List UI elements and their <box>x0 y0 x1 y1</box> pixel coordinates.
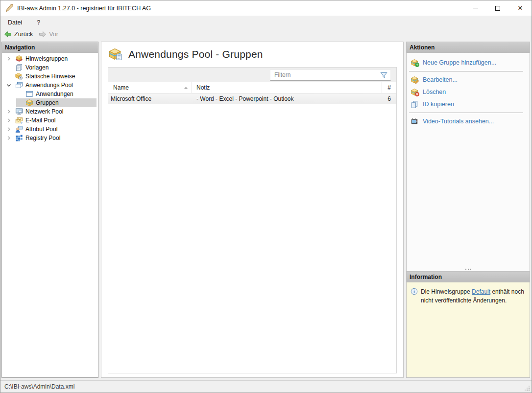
column-label: # <box>387 84 391 91</box>
column-header-name[interactable]: Name <box>108 84 192 91</box>
sidebar-item-label: Registry Pool <box>25 135 60 141</box>
menu-item-datei[interactable]: Datei <box>8 19 22 26</box>
sidebar-item-label: Hinweisgruppen <box>25 55 68 62</box>
gruppen-icon <box>25 99 33 107</box>
sidebar-item-anwendungs-pool[interactable]: Anwendungs Pool <box>2 81 98 90</box>
sidebar-item-statische-hinweise[interactable]: Statische Hinweise <box>2 72 98 81</box>
action-label: Video-Tutorials ansehen... <box>423 118 494 125</box>
add-group-action[interactable]: Neue Gruppe hinzufügen... <box>407 56 530 69</box>
actions-divider <box>409 113 523 113</box>
column-label: Notiz <box>196 84 210 91</box>
forward-button[interactable]: Vor <box>39 30 58 38</box>
default-group-link[interactable]: Default <box>472 288 490 295</box>
right-panel: Aktionen Neue Gruppe hinzufügen... <box>406 42 530 378</box>
back-button[interactable]: Zurück <box>4 30 33 38</box>
table-empty-area <box>108 104 396 373</box>
copy-id-action[interactable]: ID kopieren <box>407 98 530 110</box>
actions-panel: Aktionen Neue Gruppe hinzufügen... <box>406 42 530 271</box>
edit-group-icon <box>411 76 418 84</box>
information-panel: Information Die Hinweisgruppe Default en… <box>406 271 530 378</box>
cell-notiz: - Word - Excel - Powerpoint - Outlook <box>192 95 382 102</box>
sidebar-item-vorlagen[interactable]: Vorlagen <box>2 63 98 72</box>
info-text-before: Die Hinweisgruppe <box>421 288 472 295</box>
back-label: Zurück <box>14 31 33 38</box>
chevron-down-icon[interactable] <box>5 81 13 89</box>
delete-group-icon <box>411 88 418 96</box>
delete-action[interactable]: Löschen <box>407 86 530 98</box>
sort-asc-icon <box>184 86 188 90</box>
cell-count: 6 <box>382 95 396 102</box>
sidebar-item-label: Vorlagen <box>25 64 48 71</box>
table-row[interactable]: Microsoft Office - Word - Excel - Powerp… <box>108 93 396 104</box>
sidebar-item-gruppen[interactable]: Gruppen <box>2 98 98 107</box>
column-label: Name <box>113 84 129 91</box>
sidebar-item-registry-pool[interactable]: Registry Pool <box>2 134 98 142</box>
sidebar-item-email-pool[interactable]: E-Mail Pool <box>2 116 98 125</box>
column-header-notiz[interactable]: Notiz <box>192 84 382 91</box>
data-file-path: C:\IBI-aws\Admin\Data.xml <box>4 383 74 390</box>
anwendungs-pool-icon <box>15 81 23 89</box>
minimize-button[interactable] <box>464 0 486 16</box>
resize-grip[interactable] <box>525 386 530 391</box>
sidebar-item-netzwerk-pool[interactable]: Netzwerk Pool <box>2 107 98 116</box>
filter-bar <box>108 68 396 82</box>
cell-name: Microsoft Office <box>108 95 192 102</box>
action-label: Löschen <box>423 89 446 95</box>
table-header: Name Notiz # <box>108 82 396 93</box>
add-group-icon <box>411 59 418 67</box>
action-label: Neue Gruppe hinzufügen... <box>423 59 496 66</box>
navigation-header: Navigation <box>2 42 98 53</box>
hinweisgruppen-icon <box>15 55 23 63</box>
chevron-right-icon[interactable] <box>5 116 13 124</box>
title-bar: IBI-aws Admin 1.27.0 - registriert für I… <box>0 0 532 16</box>
sidebar-item-anwendungen[interactable]: Anwendungen <box>2 90 98 98</box>
vorlagen-icon <box>15 64 23 71</box>
splitter-grip-icon <box>468 269 469 270</box>
chevron-right-icon[interactable] <box>5 134 13 142</box>
column-header-count[interactable]: # <box>382 84 396 91</box>
sidebar-item-label: Statische Hinweise <box>25 73 75 80</box>
navigation-panel: Navigation Hinweisgruppen Vorlagen Stati… <box>1 42 98 378</box>
actions-header: Aktionen <box>407 42 530 53</box>
copy-id-icon <box>411 100 418 108</box>
actions-body: Neue Gruppe hinzufügen... Bearbeiten... <box>407 53 530 271</box>
chevron-right-icon[interactable] <box>5 125 13 133</box>
close-icon: ✕ <box>518 5 523 11</box>
sidebar-item-attribut-pool[interactable]: Attribut Pool <box>2 125 98 134</box>
window-controls: ✕ <box>464 0 532 16</box>
action-label: Bearbeiten... <box>423 76 458 83</box>
video-tutorials-action[interactable]: Video-Tutorials ansehen... <box>407 115 530 127</box>
menu-item-help[interactable]: ? <box>37 19 40 26</box>
sidebar-item-label: Attribut Pool <box>25 126 57 133</box>
gruppen-pool-icon <box>109 47 122 61</box>
filter-input[interactable] <box>270 71 380 78</box>
anwendungen-icon <box>25 90 33 98</box>
status-bar: C:\IBI-aws\Admin\Data.xml <box>0 380 532 393</box>
sidebar-item-label: Anwendungs Pool <box>25 82 73 89</box>
filter-icon[interactable] <box>380 71 388 79</box>
netzwerk-pool-icon <box>15 108 23 116</box>
registry-pool-icon <box>15 134 23 142</box>
sidebar-item-label: Anwendungen <box>36 91 73 97</box>
nav-toolbar: Zurück Vor <box>0 29 532 40</box>
chevron-right-icon[interactable] <box>5 55 13 63</box>
close-button[interactable]: ✕ <box>509 0 532 16</box>
chevron-right-icon[interactable] <box>5 108 13 116</box>
chevron-spacer <box>5 72 13 80</box>
window-title: IBI-aws Admin 1.27.0 - registriert für I… <box>17 5 151 12</box>
sidebar-item-label: Netzwerk Pool <box>25 108 63 115</box>
panel-splitter[interactable] <box>407 267 530 271</box>
action-label: ID kopieren <box>423 101 454 108</box>
navigation-tree: Hinweisgruppen Vorlagen Statische Hinwei… <box>2 53 98 142</box>
information-body: Die Hinweisgruppe Default enthält noch n… <box>407 282 530 377</box>
information-header: Information <box>407 272 530 282</box>
content-region: Navigation Hinweisgruppen Vorlagen Stati… <box>0 40 532 380</box>
main-panel: Anwendungs Pool - Gruppen Name Notiz <box>101 42 404 378</box>
email-pool-icon <box>15 116 23 124</box>
main-header: Anwendungs Pool - Gruppen <box>101 42 403 66</box>
sidebar-item-hinweisgruppen[interactable]: Hinweisgruppen <box>2 54 98 63</box>
app-icon <box>5 4 14 13</box>
maximize-icon <box>495 6 500 11</box>
maximize-button[interactable] <box>486 0 509 16</box>
edit-action[interactable]: Bearbeiten... <box>407 73 530 86</box>
